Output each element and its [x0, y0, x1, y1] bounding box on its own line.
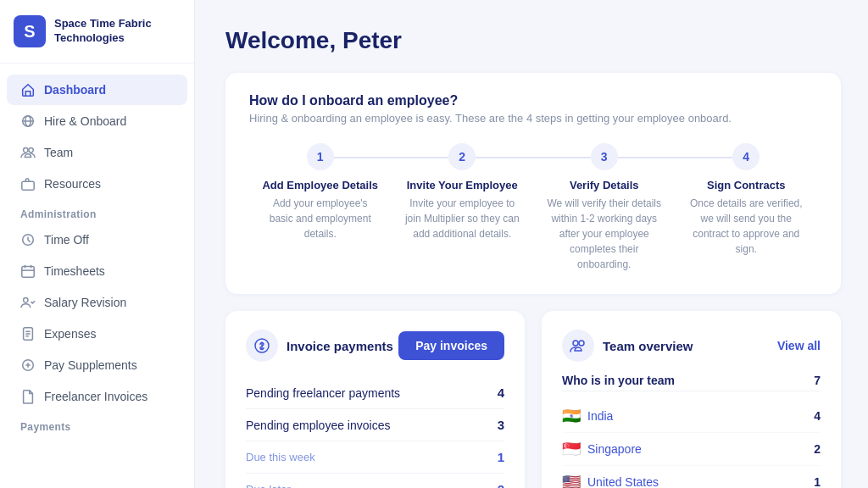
invoice-payments-card: Invoice payments Pay invoices Pending fr…: [225, 311, 525, 488]
sidebar-item-hire-onboard-label: Hire & Onboard: [44, 114, 126, 128]
sidebar: S Space Time Fabric Technologies Dashboa…: [0, 0, 195, 488]
singapore-name: Singapore: [587, 442, 642, 456]
invoice-row-pending-employee: Pending employee invoices 3: [246, 409, 504, 441]
onboard-step-4: 4 Sign Contracts Once details are verifi…: [676, 143, 818, 257]
invoice-row-due-week: Due this week 1: [246, 441, 504, 474]
singapore-count: 2: [814, 442, 821, 456]
onboard-step-1: 1 Add Employee Details Add your employee…: [249, 143, 392, 241]
onboard-step-2: 2 Invite Your Employee Invite your emplo…: [392, 143, 534, 241]
sidebar-item-salary-revision-label: Salary Revision: [44, 296, 126, 309]
svg-point-4: [29, 148, 33, 152]
invoice-row-label-0: Pending freelancer payments: [246, 386, 400, 400]
team-icon-wrap: [562, 330, 594, 362]
onboard-card: How do I onboard an employee? Hiring & o…: [225, 73, 841, 294]
main-nav: Dashboard Hire & Onboard: [0, 64, 194, 440]
admin-section-label: Administration: [0, 200, 194, 224]
team-overview-card: Team overview View all Who is in your te…: [542, 311, 841, 488]
svg-point-3: [24, 148, 28, 152]
step-1-circle: 1: [307, 143, 334, 170]
invoice-card-title: Invoice payments: [287, 339, 393, 353]
invoice-card-header: Invoice payments Pay invoices: [246, 330, 504, 362]
invoice-row-label-2: Due this week: [246, 451, 315, 463]
sidebar-item-freelancer-invoices[interactable]: Freelancer Invoices: [7, 381, 187, 412]
users-icon: [20, 295, 36, 310]
invoice-title-row: Invoice payments: [246, 330, 393, 362]
invoice-row-pending-freelancer: Pending freelancer payments 4: [246, 377, 504, 409]
svg-rect-5: [22, 181, 34, 190]
sidebar-item-dashboard[interactable]: Dashboard: [7, 75, 187, 105]
step-2-circle: 2: [448, 143, 476, 170]
sidebar-item-pay-supplements[interactable]: Pay Supplements: [7, 350, 187, 380]
sidebar-item-expenses-label: Expenses: [44, 327, 96, 341]
invoice-icon-wrap: [246, 330, 278, 362]
team-card-title: Team overview: [603, 339, 693, 353]
sidebar-item-resources[interactable]: Resources: [7, 169, 187, 199]
who-is-in-your-team-label: Who is in your team: [562, 374, 675, 387]
sidebar-item-salary-revision[interactable]: Salary Revision: [7, 287, 187, 318]
svg-point-20: [573, 341, 578, 346]
step-4-desc: Once details are verified, we will send …: [687, 196, 805, 257]
receipt-icon: [20, 326, 36, 341]
step-3-title: Verify Details: [570, 179, 639, 191]
invoice-row-count-2: 1: [498, 450, 504, 464]
team-country-india: 🇮🇳 India 4: [562, 400, 821, 433]
svg-point-11: [24, 298, 28, 302]
sidebar-item-freelancer-invoices-label: Freelancer Invoices: [44, 390, 147, 403]
plus-circle-icon: [20, 358, 36, 373]
page-title: Welcome, Peter: [225, 27, 841, 54]
team-section-header: Who is in your team 7: [562, 374, 821, 391]
pay-invoices-button[interactable]: Pay invoices: [398, 331, 504, 360]
invoice-row-label-1: Pending employee invoices: [246, 419, 390, 432]
invoice-row-count-1: 3: [498, 418, 504, 432]
step-2-desc: Invite your employee to join Multiplier …: [403, 196, 521, 241]
onboard-step-3: 3 Verify Details We will verify their de…: [533, 143, 676, 272]
view-all-link[interactable]: View all: [777, 339, 821, 352]
team-icon: [20, 145, 36, 160]
us-flag: 🇺🇸: [562, 473, 581, 488]
company-name: Space Time Fabric Technologies: [54, 17, 181, 46]
step-1-desc: Add your employee's basic and employment…: [261, 196, 380, 241]
invoice-row-label-3: Due later: [246, 483, 291, 488]
clock-icon: [20, 232, 36, 247]
team-title-row: Team overview: [562, 330, 693, 362]
onboard-steps: 1 Add Employee Details Add your employee…: [249, 143, 817, 272]
home-icon: [20, 82, 36, 97]
sidebar-item-time-off[interactable]: Time Off: [7, 225, 187, 255]
step-1-title: Add Employee Details: [262, 179, 378, 191]
team-country-singapore: 🇸🇬 Singapore 2: [562, 433, 821, 466]
sidebar-item-pay-supplements-label: Pay Supplements: [44, 358, 137, 372]
sidebar-item-team[interactable]: Team: [7, 137, 187, 168]
onboard-subtitle: Hiring & onboarding an employee is easy.…: [249, 112, 817, 125]
sidebar-item-hire-onboard[interactable]: Hire & Onboard: [7, 106, 187, 136]
sidebar-item-timesheets[interactable]: Timesheets: [7, 256, 187, 286]
payments-section-label: Payments: [0, 413, 194, 436]
bottom-row: Invoice payments Pay invoices Pending fr…: [225, 311, 841, 488]
team-overview-icon: [570, 337, 587, 354]
onboard-title: How do I onboard an employee?: [249, 93, 817, 108]
india-name: India: [587, 409, 613, 423]
sidebar-item-time-off-label: Time Off: [44, 233, 89, 247]
svg-rect-7: [22, 267, 34, 278]
globe-icon: [20, 114, 36, 129]
calendar-icon: [20, 263, 36, 279]
doc-icon: [20, 389, 36, 404]
step-2-title: Invite Your Employee: [407, 179, 518, 191]
india-flag: 🇮🇳: [562, 407, 581, 425]
sidebar-item-dashboard-label: Dashboard: [44, 83, 106, 97]
main-content: Welcome, Peter How do I onboard an emplo…: [195, 0, 868, 488]
invoice-row-count-3: 2: [498, 482, 504, 488]
step-3-circle: 3: [591, 143, 618, 170]
us-count: 1: [814, 475, 821, 488]
singapore-flag: 🇸🇬: [562, 440, 581, 458]
sidebar-item-resources-label: Resources: [44, 177, 101, 191]
sidebar-item-team-label: Team: [44, 146, 73, 159]
sidebar-item-expenses[interactable]: Expenses: [7, 319, 187, 349]
invoice-row-count-0: 4: [498, 385, 504, 400]
step-4-title: Sign Contracts: [707, 179, 785, 191]
briefcase-icon: [20, 176, 36, 191]
invoice-payments-icon: [253, 337, 270, 354]
step-4-circle: 4: [732, 143, 760, 170]
team-country-us: 🇺🇸 United States 1: [562, 466, 821, 488]
invoice-row-due-later: Due later 2: [246, 474, 504, 488]
svg-point-21: [579, 341, 584, 346]
